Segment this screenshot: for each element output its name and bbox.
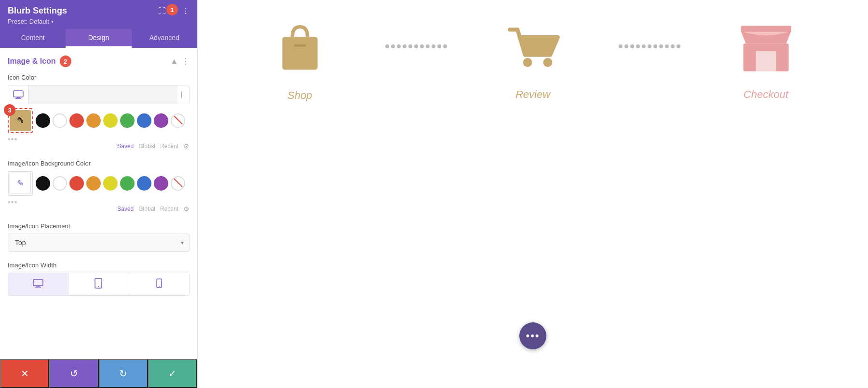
checkout-label: Checkout <box>744 88 788 101</box>
review-label: Review <box>515 88 550 101</box>
preview-item-review: Review <box>460 21 606 101</box>
swatches-row <box>36 113 185 128</box>
bg-swatch-none[interactable] <box>171 176 185 191</box>
swatch-green[interactable] <box>120 113 135 128</box>
checkout-icon-container <box>738 21 794 76</box>
fab-button[interactable]: ••• <box>519 322 546 349</box>
svg-rect-0 <box>14 91 23 97</box>
badge-2: 2 <box>60 55 71 67</box>
swatch-red[interactable] <box>69 113 84 128</box>
bg-active-swatch-row: ✎ <box>8 171 190 196</box>
svg-rect-16 <box>756 51 776 71</box>
review-icon-container <box>505 21 560 76</box>
panel-header: Blurb Settings ⛶ ⊞ ⋮ 1 Preset: Default ▾ <box>0 0 197 29</box>
bg-global-label[interactable]: Global <box>138 206 155 212</box>
svg-rect-3 <box>33 279 43 286</box>
tabs-row: Content Design Advanced <box>0 29 197 48</box>
icon-color-display[interactable]: ▏ <box>8 85 190 104</box>
shop-icon-container <box>273 19 326 77</box>
bg-recent-label[interactable]: Recent <box>160 206 178 212</box>
preset-arrow[interactable]: ▾ <box>51 19 54 24</box>
dots-row <box>8 138 190 140</box>
tab-content[interactable]: Content <box>0 29 66 48</box>
bg-swatch-purple[interactable] <box>154 176 168 191</box>
bg-settings-icon[interactable]: ⚙ <box>183 205 190 213</box>
bg-swatch-red[interactable] <box>69 176 84 191</box>
width-tablet-btn[interactable] <box>68 273 128 295</box>
section-actions: ▲ ⋮ <box>170 57 190 66</box>
saved-row: Saved Global Recent ⚙ <box>8 142 190 150</box>
checkout-icon <box>738 21 794 74</box>
review-icon <box>505 21 560 74</box>
bg-swatches-row <box>36 176 185 191</box>
cancel-button[interactable]: ✕ <box>0 359 49 388</box>
redo-button[interactable]: ↻ <box>99 359 148 388</box>
badge-3: 3 <box>4 104 15 116</box>
shop-icon <box>273 19 326 75</box>
bottom-bar: ✕ ↺ ↻ ✓ <box>0 359 197 388</box>
global-label[interactable]: Global <box>138 143 155 150</box>
bg-swatch-green[interactable] <box>120 176 135 191</box>
fab-dots-icon: ••• <box>526 330 540 342</box>
placement-select[interactable]: Top Left Right Bottom <box>8 234 190 252</box>
icon-color-swatches: ✎ 3 <box>8 108 190 150</box>
preview-area: Shop Review <box>198 0 868 388</box>
swatch-blue[interactable] <box>137 113 151 128</box>
width-toggle <box>8 273 190 296</box>
bg-saved-row: Saved Global Recent ⚙ <box>8 205 190 213</box>
svg-rect-17 <box>741 26 791 32</box>
preset-label: Preset: Default <box>8 18 49 25</box>
panel-body: Image & Icon 2 ▲ ⋮ Icon Color ▏ <box>0 48 197 359</box>
panel-title: Blurb Settings <box>8 6 67 16</box>
svg-point-9 <box>159 286 160 287</box>
recent-label[interactable]: Recent <box>160 143 178 150</box>
collapse-icon[interactable]: ▲ <box>170 57 178 66</box>
preview-item-shop: Shop <box>227 19 373 102</box>
settings-panel: Blurb Settings ⛶ ⊞ ⋮ 1 Preset: Default ▾… <box>0 0 198 388</box>
preview-item-checkout: Checkout <box>693 21 839 101</box>
svg-rect-10 <box>282 37 317 70</box>
fullscreen-icon[interactable]: ⛶ <box>158 7 166 15</box>
swatch-orange[interactable] <box>86 113 101 128</box>
active-swatch-row: ✎ 3 <box>8 108 190 133</box>
preset-row: Preset: Default ▾ <box>8 16 190 29</box>
icon-color-input[interactable] <box>29 85 177 104</box>
placement-label: Image/Icon Placement <box>8 222 190 230</box>
save-button[interactable]: ✓ <box>148 359 197 388</box>
bg-active-swatch[interactable]: ✎ <box>8 171 33 196</box>
bg-swatch-white[interactable] <box>53 176 67 191</box>
swatch-black[interactable] <box>36 113 50 128</box>
bg-swatch-yellow[interactable] <box>103 176 118 191</box>
svg-rect-11 <box>294 44 306 46</box>
swatch-none[interactable] <box>171 113 185 128</box>
swatch-purple[interactable] <box>154 113 168 128</box>
tab-design[interactable]: Design <box>66 29 131 48</box>
placement-field: Image/Icon Placement Top Left Right Bott… <box>8 222 190 252</box>
badge-1: 1 <box>166 4 178 15</box>
bg-color-label: Image/Icon Background Color <box>8 160 190 167</box>
bg-swatch-orange[interactable] <box>86 176 101 191</box>
cursor-indicator: ▏ <box>177 92 189 98</box>
undo-button[interactable]: ↺ <box>49 359 98 388</box>
section-more-icon[interactable]: ⋮ <box>182 57 190 66</box>
bg-swatch-blue[interactable] <box>137 176 151 191</box>
width-desktop-btn[interactable] <box>8 273 68 295</box>
saved-label[interactable]: Saved <box>117 143 134 150</box>
icon-color-label: Icon Color <box>8 74 190 81</box>
placement-select-wrapper: Top Left Right Bottom ▾ <box>8 234 190 252</box>
tab-advanced[interactable]: Advanced <box>132 29 197 48</box>
preview-icons-row: Shop Review <box>198 19 868 102</box>
monitor-icon <box>8 85 29 104</box>
more-icon[interactable]: ⋮ <box>182 6 190 15</box>
swatch-yellow[interactable] <box>103 113 118 128</box>
dots-separator-2 <box>606 44 693 48</box>
color-settings-icon[interactable]: ⚙ <box>183 142 190 150</box>
svg-point-13 <box>543 57 553 67</box>
swatch-white[interactable] <box>53 113 67 128</box>
section-title: Image & Icon 2 <box>8 55 71 67</box>
width-phone-btn[interactable] <box>129 273 189 295</box>
bg-swatch-black[interactable] <box>36 176 50 191</box>
bg-dots-row <box>8 201 190 203</box>
bg-saved-label[interactable]: Saved <box>117 206 134 212</box>
shop-label: Shop <box>287 89 312 102</box>
